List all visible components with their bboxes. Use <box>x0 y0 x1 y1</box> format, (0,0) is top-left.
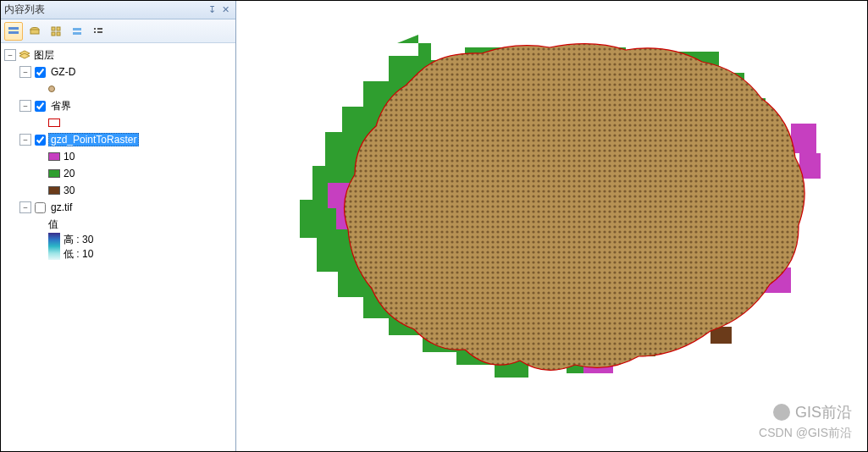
map-view[interactable]: GIS前沿 CSDN @GIS前沿 <box>236 1 867 451</box>
class-label: 10 <box>64 151 75 163</box>
svg-rect-11 <box>97 28 102 30</box>
polygon-outline-symbol <box>48 119 60 127</box>
layer-checkbox[interactable] <box>35 135 46 146</box>
toc-header: 内容列表 ↧ ✕ <box>1 1 235 19</box>
svg-rect-10 <box>94 28 96 30</box>
symbol-row[interactable] <box>3 114 234 131</box>
high-label: 高 : 30 <box>64 233 93 247</box>
list-by-selection-button[interactable] <box>68 22 86 41</box>
tree-root[interactable]: − 图层 <box>3 47 234 63</box>
layer-point-to-raster[interactable]: − gzd_PointToRaster <box>3 131 234 148</box>
toc-toolbar <box>1 19 235 43</box>
layer-label: gzd_PointToRaster <box>48 133 139 146</box>
wechat-icon <box>773 404 790 421</box>
watermark-csdn: CSDN @GIS前沿 <box>759 426 852 441</box>
class-row[interactable]: 20 <box>3 165 234 182</box>
watermark: GIS前沿 <box>773 402 852 422</box>
svg-rect-12 <box>94 31 96 33</box>
low-label: 低 : 10 <box>64 247 93 262</box>
class-swatch <box>48 152 60 161</box>
color-ramp <box>48 233 60 260</box>
svg-rect-7 <box>57 32 60 36</box>
layer-gztif[interactable]: − gz.tif <box>3 199 234 216</box>
collapse-icon[interactable]: − <box>19 66 31 78</box>
svg-rect-4 <box>52 27 55 30</box>
close-icon[interactable]: ✕ <box>218 3 232 17</box>
svg-rect-5 <box>57 27 60 30</box>
stretch-renderer: 高 : 30 低 : 10 <box>3 233 234 260</box>
layer-label: gz.tif <box>48 201 75 214</box>
value-label: 值 <box>48 218 58 232</box>
province-layer <box>345 44 805 371</box>
svg-rect-24 <box>791 124 816 153</box>
class-swatch <box>48 186 60 195</box>
svg-rect-8 <box>73 28 81 30</box>
class-row[interactable]: 10 <box>3 148 234 165</box>
layer-gzd[interactable]: − GZ-D <box>3 63 234 80</box>
svg-rect-1 <box>8 31 19 34</box>
pin-icon[interactable]: ↧ <box>205 3 218 17</box>
layer-label: GZ-D <box>48 65 78 79</box>
watermark-text: GIS前沿 <box>795 402 852 422</box>
layer-province[interactable]: − 省界 <box>3 97 234 114</box>
layer-label: 省界 <box>48 98 74 114</box>
class-row[interactable]: 30 <box>3 182 234 199</box>
layer-checkbox[interactable] <box>35 67 46 78</box>
list-by-source-button[interactable] <box>25 22 44 41</box>
collapse-icon[interactable]: − <box>19 100 31 112</box>
collapse-icon[interactable]: − <box>19 134 31 146</box>
layer-checkbox[interactable] <box>35 101 46 112</box>
collapse-icon[interactable]: − <box>19 201 31 213</box>
class-label: 30 <box>64 185 75 196</box>
svg-rect-13 <box>97 31 102 33</box>
svg-rect-6 <box>52 32 55 36</box>
list-by-drawing-order-button[interactable] <box>4 22 23 41</box>
symbol-row[interactable] <box>3 80 234 97</box>
root-label: 图层 <box>31 47 57 63</box>
class-label: 20 <box>64 168 75 179</box>
layer-tree: − 图层 − GZ-D − 省界 − <box>1 43 235 451</box>
svg-rect-0 <box>8 27 19 30</box>
point-symbol <box>48 85 55 92</box>
options-button[interactable] <box>89 22 108 41</box>
class-swatch <box>48 169 60 178</box>
svg-rect-3 <box>30 30 39 34</box>
toc-panel: 内容列表 ↧ ✕ − 图层 − GZ-D <box>1 1 236 451</box>
layers-icon <box>18 49 31 61</box>
toc-title: 内容列表 <box>4 3 205 17</box>
list-by-visibility-button[interactable] <box>47 22 65 41</box>
svg-rect-9 <box>73 32 81 35</box>
collapse-icon[interactable]: − <box>4 49 16 61</box>
layer-checkbox[interactable] <box>35 202 46 213</box>
value-label-row: 值 <box>3 216 234 233</box>
